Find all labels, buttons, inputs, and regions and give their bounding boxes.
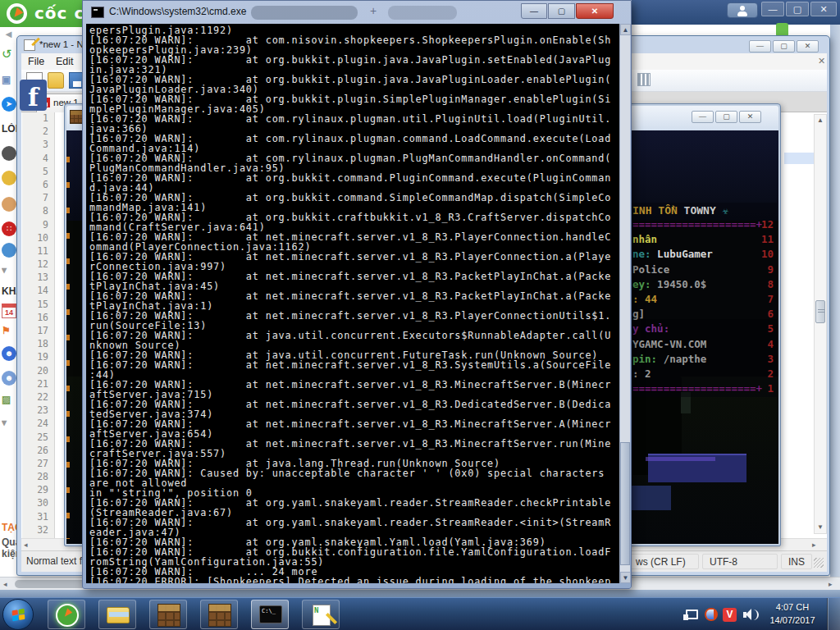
taskbar-button-cmd[interactable]: C:\_	[251, 600, 289, 629]
ghost-new-tab-icon: +	[370, 4, 377, 17]
taskbar-button-coccoc[interactable]	[48, 600, 85, 629]
taskbar-button-explorer[interactable]	[98, 600, 136, 629]
profile-icon	[740, 6, 745, 11]
console-line: [16:07:20 WARN]: at com.rylinaux.plugman…	[89, 133, 619, 143]
rail-item[interactable]: ▾	[2, 264, 17, 281]
console-line: [16:07:20 WARN]: at com.rylinaux.plugman…	[89, 153, 619, 162]
taskbar-button-minecraft[interactable]	[200, 600, 238, 629]
scroll-up-icon[interactable]: ▲	[620, 24, 631, 35]
console-line: [16:07:20 WARN]: at org.bukkit.configura…	[89, 546, 619, 556]
rail-item[interactable]: ☻	[2, 346, 17, 363]
taskbar-button-minecraft[interactable]	[149, 600, 187, 629]
rail-item[interactable]: ▣	[2, 74, 17, 90]
rail-item[interactable]	[2, 171, 17, 187]
line-number: 13	[22, 272, 54, 285]
npp-minimize-button[interactable]: —	[749, 40, 771, 52]
mc-close-button[interactable]: ✕	[739, 111, 761, 123]
scoreboard-row: ne: LubuGamer10	[631, 248, 777, 262]
console-line: [16:07:20 WARN]: at java.lang.Thread.run…	[89, 458, 619, 468]
scroll-right-icon[interactable]: ▸	[812, 539, 816, 550]
scoreboard-score: 2	[767, 368, 774, 380]
cmd-minimize-button[interactable]: —	[521, 3, 547, 19]
line-number: 23	[22, 404, 54, 418]
rail-item[interactable]: ∷	[2, 221, 17, 238]
cmd-close-button[interactable]: ✕	[576, 3, 614, 19]
line-number: 10	[22, 232, 54, 245]
browser-profile-button[interactable]	[727, 2, 758, 18]
line-number: 15	[22, 299, 54, 312]
console-line: [16:07:20 WARN]: at com.rylinaux.plugman…	[89, 113, 619, 123]
menu-file[interactable]: File	[28, 56, 44, 67]
editor-vertical-scrollbar[interactable]: ▲ ▼	[814, 114, 827, 534]
rail-item[interactable]: ➤	[2, 97, 17, 113]
rail-item[interactable]	[2, 197, 17, 213]
resize-grip[interactable]	[814, 558, 824, 568]
console-line: [16:07:20 WARN]: at org.yaml.snakeyaml.Y…	[89, 536, 619, 546]
npp-close-button[interactable]: ✕	[797, 40, 819, 52]
network-icon[interactable]	[686, 609, 698, 619]
rail-item[interactable]	[2, 146, 17, 162]
line-number: 4	[22, 153, 54, 166]
scroll-left-icon[interactable]: ◂	[24, 539, 28, 550]
line-number: 8	[22, 205, 54, 218]
rail-item[interactable]: ▨	[2, 394, 17, 410]
rail-item[interactable]: ▾	[2, 417, 17, 433]
close-icon[interactable]: ✕	[818, 56, 825, 66]
mc-maximize-button[interactable]: ▢	[715, 111, 737, 123]
line-number: 31	[22, 511, 54, 524]
scoreboard-row: nhân11	[631, 233, 777, 248]
console-line: [16:07:20 WARN]: at net.minecraft.server…	[89, 310, 619, 320]
show-desktop-button[interactable]	[827, 598, 840, 630]
facebook-logo[interactable]: f	[20, 80, 47, 111]
tray-clock[interactable]: 4:07 CH 14/07/2017	[765, 600, 820, 627]
rail-item[interactable]: 14	[2, 304, 17, 320]
npp-maximize-button[interactable]: ▢	[773, 40, 795, 52]
ccleaner-icon[interactable]	[705, 608, 718, 621]
console-output[interactable]: epersPlugin.java:1192)[16:07:20 WARN]: a…	[86, 24, 619, 583]
rail-item[interactable]	[2, 243, 17, 259]
rail-item[interactable]: KHA	[2, 285, 17, 302]
notepadpp-app-icon	[24, 39, 35, 51]
scoreboard-score: 12	[761, 218, 774, 231]
scroll-right-icon[interactable]: ▸	[829, 578, 833, 591]
scoreboard-score: 11	[761, 233, 774, 245]
clock-time: 4:07 CH	[765, 600, 820, 614]
cmd-maximize-button[interactable]: ▢	[548, 3, 575, 19]
browser-close-button[interactable]: ✕	[810, 2, 837, 16]
line-number: 12	[22, 258, 54, 272]
console-line: epersPlugin.java:1192)	[89, 25, 619, 34]
console-scrollbar[interactable]: ▲ ▼	[619, 24, 630, 583]
browser-border	[830, 25, 840, 577]
toolbar-misc-icon[interactable]	[637, 73, 651, 86]
menu-edit[interactable]: Edit	[56, 56, 74, 67]
console-line: [16:07:20 WARN]: at org.bukkit.plugin.ja…	[89, 74, 619, 84]
rail-item[interactable]: ⚑	[2, 325, 17, 341]
refresh-arrow-icon[interactable]: ↺	[2, 47, 12, 62]
volume-icon[interactable]	[743, 609, 760, 621]
cmd-titlebar[interactable]: C:\Windows\system32\cmd.exe + — ▢ ✕	[83, 1, 631, 24]
water	[632, 486, 671, 510]
open-file-icon[interactable]	[48, 72, 64, 89]
rail-item[interactable]: kiện	[2, 548, 17, 564]
rail-item[interactable]: ☻	[2, 371, 17, 387]
rail-item[interactable]: LÓI	[2, 123, 17, 139]
browser-minimize-button[interactable]: —	[761, 2, 784, 16]
browser-maximize-button[interactable]: ▢	[786, 2, 809, 16]
ghost-tab	[388, 6, 457, 20]
scoreboard-score: 10	[761, 248, 774, 260]
scroll-left-icon[interactable]: ◂	[3, 578, 7, 591]
scrollbar-thumb[interactable]	[815, 300, 825, 323]
start-button[interactable]	[2, 599, 34, 630]
line-number: 29	[22, 484, 54, 497]
scrollbar-thumb[interactable]	[620, 442, 630, 565]
line-number: 27	[22, 458, 54, 471]
scroll-down-icon[interactable]: ▼	[620, 572, 631, 583]
explorer-icon	[107, 607, 130, 623]
v-app-icon[interactable]: V	[723, 608, 737, 622]
taskbar-button-notepadpp[interactable]: N	[302, 600, 340, 629]
scroll-up-icon[interactable]: ▲	[815, 115, 825, 126]
back-arrow-icon[interactable]: ◄	[3, 28, 14, 40]
scroll-down-icon[interactable]: ▼	[815, 522, 825, 533]
rail-item[interactable]: TẠO	[2, 522, 17, 538]
mc-minimize-button[interactable]: —	[692, 111, 714, 123]
